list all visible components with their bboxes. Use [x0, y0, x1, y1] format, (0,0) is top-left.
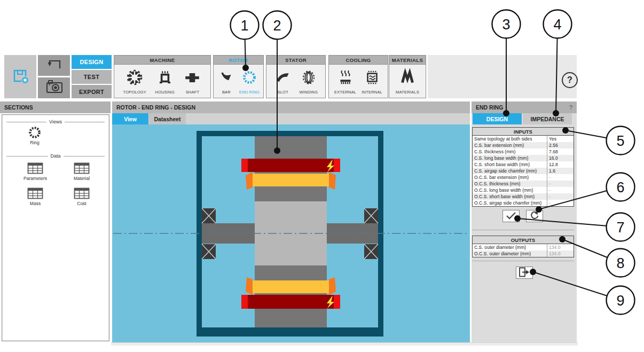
toolbar-item-label: HOUSING: [155, 90, 175, 95]
sidebar-item-parameters[interactable]: [27, 162, 43, 176]
sections-header: SECTIONS: [0, 101, 111, 113]
sidebar-item-material[interactable]: [74, 162, 90, 176]
parameter-value[interactable]: -: [547, 193, 574, 200]
parameter-value[interactable]: 12.8: [547, 161, 574, 168]
panel-tab-design[interactable]: DESIGN: [473, 113, 522, 124]
parameter-value[interactable]: 7.68: [547, 148, 574, 155]
toolbar-item-label: END RING: [239, 90, 260, 95]
table-row: Same topology at both sidesYes: [473, 136, 574, 142]
application-window: DESIGN TEST EXPORT MACHINE: [0, 0, 644, 352]
callout-number: 6: [616, 179, 624, 195]
toolbar-item-end-ring[interactable]: END RING: [239, 68, 260, 95]
parameter-value[interactable]: -: [547, 187, 574, 193]
toolbar-group-machine: MACHINE TOPOLOGY: [114, 55, 211, 98]
table-row: C.S. airgap side chamfer (mm)1.6: [473, 168, 574, 174]
panel-tab-impedance[interactable]: IMPEDANCE: [523, 113, 572, 124]
panel-help-icon[interactable]: ?: [569, 104, 572, 111]
tab-view[interactable]: View: [112, 113, 148, 124]
toolbar-item-label: BAR: [222, 90, 231, 95]
panel-header: END RING ?: [472, 101, 577, 113]
group-header-rotor: ROTOR: [214, 56, 263, 65]
panel-divider: [472, 261, 574, 261]
toolbar-item-label: SHAFT: [186, 90, 200, 95]
toolbar-group-rotor: ROTOR BAR END RING: [213, 55, 264, 98]
parameter-value[interactable]: Yes: [547, 136, 574, 142]
internal-cooling-icon: [363, 68, 381, 89]
import-button[interactable]: [38, 55, 70, 76]
callout-number: 8: [616, 255, 624, 271]
table-row: O.C.S. outer diameter (mm)134.0: [473, 251, 574, 257]
toolbar-item-external[interactable]: EXTERNAL: [334, 68, 356, 95]
toolbar-item-label: WINDING: [300, 90, 318, 95]
parameter-label: O.C.S. airgap side chamfer (mm): [473, 200, 547, 206]
toolbar-item-materials[interactable]: MATERIALS: [396, 68, 419, 95]
housing-icon: [156, 68, 174, 89]
parameter-value[interactable]: 16.0: [547, 155, 574, 161]
sidebar-item-material-label: Material: [58, 176, 106, 181]
tab-datasheet[interactable]: Datasheet: [149, 113, 186, 124]
table-row: O.C.S. thickness (mm)-: [473, 181, 574, 187]
save-button[interactable]: [4, 55, 36, 98]
parameter-value[interactable]: 2.56: [547, 142, 574, 148]
machine-cross-section-view: [112, 124, 470, 342]
mode-tab-export[interactable]: EXPORT: [72, 85, 112, 98]
group-header-materials: MATERIALS: [389, 56, 426, 65]
toolbar-group-cooling: COOLING: [328, 55, 388, 98]
group-header-machine: MACHINE: [114, 56, 210, 65]
reset-button[interactable]: [526, 210, 543, 222]
toolbar-background: [428, 55, 577, 98]
parameter-value: 134.0: [547, 244, 574, 251]
parameter-value[interactable]: 1.6: [547, 168, 574, 174]
callout-number: 9: [616, 293, 624, 309]
parameter-value[interactable]: -: [547, 181, 574, 187]
sidebar-item-cost[interactable]: [74, 187, 90, 201]
toolbar-item-housing[interactable]: HOUSING: [155, 68, 175, 95]
mode-tab-test[interactable]: TEST: [72, 70, 112, 84]
parameter-value[interactable]: -: [547, 174, 574, 181]
external-cooling-icon: [336, 68, 355, 89]
help-button[interactable]: ?: [562, 72, 578, 88]
export-icon: [517, 267, 532, 279]
sidebar-item-parameters-label: Parameters: [11, 176, 59, 181]
sidebar-item-cost-label: Cost: [58, 201, 106, 206]
export-data-button[interactable]: [516, 267, 533, 279]
view-title: ROTOR - END RING - DESIGN: [112, 101, 470, 113]
toolbar-item-internal[interactable]: INTERNAL: [362, 68, 382, 95]
group-header-cooling: COOLING: [329, 56, 388, 65]
toolbar-group-materials: MATERIALS MATERIALS: [389, 55, 426, 98]
toolbar-item-winding[interactable]: WINDING: [300, 68, 318, 95]
parameter-label: C.S. outer diameter (mm): [473, 244, 547, 251]
mode-tab-design[interactable]: DESIGN: [72, 55, 112, 69]
callout-number: 5: [616, 133, 624, 149]
outputs-table: OUTPUTS C.S. outer diameter (mm)134.0O.C…: [472, 236, 574, 257]
toolbar-item-topology[interactable]: TOPOLOGY: [123, 68, 147, 95]
panel-divider: [472, 230, 574, 230]
table-icon: [27, 192, 43, 201]
toolbar-group-stator: STATOR SLOT WINDING: [266, 55, 326, 98]
toolbar-item-shaft[interactable]: SHAFT: [183, 68, 201, 95]
parameter-label: O.C.S. bar extension (mm): [473, 174, 547, 181]
sidebar-item-ring[interactable]: [28, 126, 42, 142]
parameter-label: C.S. bar extension (mm): [473, 142, 547, 148]
status-strip: [111, 342, 578, 346]
sidebar-item-mass[interactable]: [27, 187, 43, 201]
table-row: C.S. long base width (mm)16.0: [473, 155, 574, 161]
inputs-table: INPUTS Same topology at both sidesYesC.S…: [472, 127, 574, 207]
toolbar-item-bar[interactable]: BAR: [217, 68, 235, 95]
table-row: C.S. outer diameter (mm)134.0: [473, 244, 574, 251]
save-icon: [11, 66, 30, 88]
table-icon: [74, 192, 90, 201]
inputs-header: INPUTS: [473, 128, 574, 136]
shaft-icon: [183, 68, 201, 89]
data-group-separator: Data: [6, 153, 105, 159]
callout-number: 1: [240, 18, 248, 34]
parameter-label: C.S. short base width (mm): [473, 161, 547, 168]
parameter-label: Same topology at both sides: [473, 136, 547, 142]
screenshot-button[interactable]: [38, 77, 70, 98]
toolbar-item-label: INTERNAL: [362, 90, 382, 95]
toolbar-item-slot[interactable]: SLOT: [274, 68, 292, 95]
parameter-value[interactable]: -: [547, 200, 574, 206]
toolbar-item-label: EXTERNAL: [334, 90, 356, 95]
apply-button[interactable]: [502, 210, 520, 222]
parameter-value: 134.0: [547, 251, 574, 257]
